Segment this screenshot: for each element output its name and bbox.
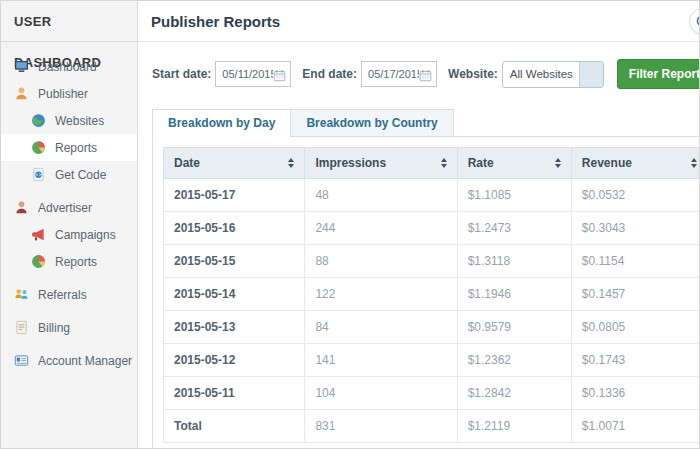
sidebar-title: USER DASHBOARD bbox=[1, 1, 137, 42]
sidebar-item-publisher[interactable]: Publisher bbox=[1, 80, 137, 107]
pie-chart-icon bbox=[31, 254, 46, 269]
sidebar-item-referrals[interactable]: Referrals bbox=[1, 281, 137, 308]
column-header-date[interactable]: Date bbox=[164, 148, 305, 179]
impressions-cell: 141 bbox=[305, 344, 457, 377]
rate-cell: $1.2362 bbox=[457, 344, 571, 377]
revenue-cell: $0.0805 bbox=[571, 311, 700, 344]
impressions-cell: 88 bbox=[305, 245, 457, 278]
main-header: Publisher Reports bbox=[138, 1, 700, 42]
column-header-impressions[interactable]: Impressions bbox=[305, 148, 457, 179]
start-date-input[interactable] bbox=[222, 68, 273, 80]
sidebar-item-reports-publisher[interactable]: Reports bbox=[1, 134, 137, 161]
table-row: 2015-05-12 141 $1.2362 $0.1743 bbox=[164, 344, 700, 377]
start-date-field bbox=[215, 61, 291, 87]
rate-cell: $1.1946 bbox=[457, 278, 571, 311]
total-label-cell: Total bbox=[164, 410, 305, 443]
sidebar-item-label: Dashboard bbox=[38, 60, 97, 74]
end-date-field bbox=[361, 61, 437, 87]
megaphone-icon bbox=[31, 227, 46, 242]
revenue-cell: $0.1336 bbox=[571, 377, 700, 410]
sidebar-item-reports-advertiser[interactable]: Reports bbox=[1, 248, 137, 275]
impressions-cell: 104 bbox=[305, 377, 457, 410]
website-label: Website: bbox=[448, 67, 498, 81]
rate-cell: $1.1085 bbox=[457, 179, 571, 212]
calendar-icon[interactable] bbox=[419, 68, 432, 81]
table-row: 2015-05-14 122 $1.1946 $0.1457 bbox=[164, 278, 700, 311]
sidebar-item-label: Publisher bbox=[38, 87, 88, 101]
sidebar: USER DASHBOARD Dashboard Publisher Websi… bbox=[1, 1, 138, 448]
pie-chart-icon bbox=[31, 140, 46, 155]
revenue-cell: $0.3043 bbox=[571, 212, 700, 245]
tab-breakdown-by-day[interactable]: Breakdown by Day bbox=[152, 109, 291, 137]
date-cell: 2015-05-12 bbox=[164, 344, 305, 377]
table-header-row: Date Impressions Rate Revenue bbox=[164, 148, 700, 179]
impressions-cell: 48 bbox=[305, 179, 457, 212]
refresh-button[interactable] bbox=[689, 8, 700, 35]
table-row: 2015-05-17 48 $1.1085 $0.0532 bbox=[164, 179, 700, 212]
impressions-cell: 122 bbox=[305, 278, 457, 311]
table-row: 2015-05-11 104 $1.2842 $0.1336 bbox=[164, 377, 700, 410]
sidebar-item-label: Campaigns bbox=[55, 228, 116, 242]
rate-total-cell: $1.2119 bbox=[457, 410, 571, 443]
sidebar-item-label: Reports bbox=[55, 255, 97, 269]
code-document-icon bbox=[31, 167, 46, 182]
sidebar-item-label: Account Manager bbox=[38, 354, 132, 368]
content: Start date: End date: Website: All Websi… bbox=[138, 42, 700, 449]
main-area: Publisher Reports Start date: End date: bbox=[138, 1, 700, 448]
table-row: 2015-05-15 88 $1.3118 $0.1154 bbox=[164, 245, 700, 278]
date-cell: 2015-05-16 bbox=[164, 212, 305, 245]
rate-cell: $1.3118 bbox=[457, 245, 571, 278]
table-total-row: Total 831 $1.2119 $1.0071 bbox=[164, 410, 700, 443]
advertiser-person-icon bbox=[14, 200, 29, 215]
date-cell: 2015-05-15 bbox=[164, 245, 305, 278]
sort-icon bbox=[555, 158, 561, 168]
globe-icon bbox=[31, 113, 46, 128]
impressions-total-cell: 831 bbox=[305, 410, 457, 443]
date-cell: 2015-05-13 bbox=[164, 311, 305, 344]
column-label: Date bbox=[174, 156, 200, 170]
report-table: Date Impressions Rate Revenue 2015-05-17… bbox=[163, 147, 700, 443]
billing-document-icon bbox=[14, 320, 29, 335]
sidebar-item-account-manager[interactable]: Account Manager bbox=[1, 347, 137, 374]
sidebar-item-label: Billing bbox=[38, 321, 70, 335]
revenue-cell: $0.1457 bbox=[571, 278, 700, 311]
sidebar-item-advertiser[interactable]: Advertiser bbox=[1, 194, 137, 221]
chevron-down-icon bbox=[579, 62, 603, 87]
column-label: Revenue bbox=[582, 156, 632, 170]
sidebar-item-dashboard[interactable]: Dashboard bbox=[1, 53, 137, 80]
revenue-cell: $0.1154 bbox=[571, 245, 700, 278]
refresh-icon bbox=[695, 14, 700, 28]
website-select[interactable]: All Websites bbox=[502, 61, 604, 88]
sidebar-nav: Dashboard Publisher Websites Reports Get… bbox=[1, 42, 137, 374]
monitor-icon bbox=[14, 59, 29, 74]
calendar-icon[interactable] bbox=[273, 68, 286, 81]
column-label: Rate bbox=[468, 156, 494, 170]
sidebar-item-label: Websites bbox=[55, 114, 104, 128]
publisher-person-icon bbox=[14, 86, 29, 101]
filter-reports-button[interactable]: Filter Reports bbox=[617, 59, 700, 89]
table-row: 2015-05-16 244 $1.2473 $0.3043 bbox=[164, 212, 700, 245]
page-title: Publisher Reports bbox=[151, 13, 280, 30]
column-label: Impressions bbox=[315, 156, 386, 170]
rate-cell: $1.2473 bbox=[457, 212, 571, 245]
revenue-total-cell: $1.0071 bbox=[571, 410, 700, 443]
column-header-revenue[interactable]: Revenue bbox=[571, 148, 700, 179]
rate-cell: $0.9579 bbox=[457, 311, 571, 344]
sort-icon bbox=[691, 158, 697, 168]
date-cell: 2015-05-14 bbox=[164, 278, 305, 311]
revenue-cell: $0.0532 bbox=[571, 179, 700, 212]
end-date-input[interactable] bbox=[368, 68, 419, 80]
tab-breakdown-by-country[interactable]: Breakdown by Country bbox=[290, 109, 453, 137]
sort-icon bbox=[441, 158, 447, 168]
sidebar-item-label: Referrals bbox=[38, 288, 87, 302]
id-card-icon bbox=[14, 353, 29, 368]
sidebar-item-campaigns[interactable]: Campaigns bbox=[1, 221, 137, 248]
sidebar-item-get-code[interactable]: Get Code bbox=[1, 161, 137, 188]
sidebar-item-websites[interactable]: Websites bbox=[1, 107, 137, 134]
date-cell: 2015-05-17 bbox=[164, 179, 305, 212]
sidebar-item-billing[interactable]: Billing bbox=[1, 314, 137, 341]
column-header-rate[interactable]: Rate bbox=[457, 148, 571, 179]
sidebar-item-label: Advertiser bbox=[38, 201, 92, 215]
user-dashboard-page: USER DASHBOARD Dashboard Publisher Websi… bbox=[0, 0, 700, 449]
sidebar-item-label: Reports bbox=[55, 141, 97, 155]
